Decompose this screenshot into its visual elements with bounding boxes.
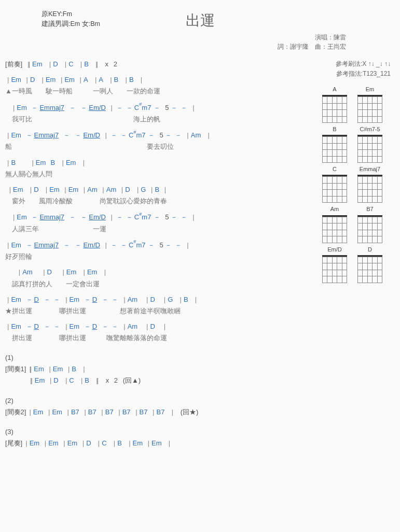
chord-diagram: B7 [354, 205, 385, 243]
credits-block: 演唱：陳雷 詞：謝宇隆 曲：王尚宏 [5, 33, 346, 52]
chord-diagram-label: Em [354, 85, 385, 94]
chord-line: |Em |D |Em |Em |A |A |B |B | [5, 75, 316, 85]
lyric-line: 無人關心無人問 [5, 169, 316, 179]
chord-diagram-label: B [319, 125, 350, 134]
chord-line: |Em －Emmaj7 － －Em/D |－－C#m7－5－－ | [5, 102, 316, 113]
chord-diagram-label: A [319, 85, 350, 94]
section-line: ||Em |D |C |B || x 2 (回▲) [28, 375, 316, 386]
chord-line: |Em －Emmaj7 － －Em/D |－－C#m7－5－－ | [5, 212, 316, 222]
section-line: [尾奏]|Em |Em |Em |D |C |B |Em |Em | [5, 438, 316, 449]
verse-block: |Em |D |Em |Em |A |A |B |B |▲一時風 駛一時船 一咧… [5, 75, 316, 289]
credits: 詞：謝宇隆 曲：王尚宏 [5, 42, 346, 52]
section-number: (1) [5, 353, 316, 363]
ref-finger: 參考指法:T123_121 [315, 69, 391, 79]
intro-line: [前奏] ||Em |D |C |B || x 2 [5, 59, 316, 69]
fretboard-icon [357, 95, 382, 123]
sections: (1)[間奏1]||Em |Em |B |||Em |D |C |B || x … [5, 353, 316, 449]
chord-diagram: C [319, 165, 350, 203]
fretboard-icon [357, 175, 382, 203]
lyric-line: ▲一時風 駛一時船 一咧人 一款的命運 [5, 86, 316, 96]
chord-diagram-label: C#m7-5 [354, 125, 385, 134]
sheet: [前奏] ||Em |D |C |B || x 2 |Em |D |Em |Em… [5, 59, 316, 449]
section-number: (2) [5, 396, 316, 406]
section-line: [間奏1]||Em |Em |B | [5, 364, 316, 374]
chord-line: |Em －D －－ |Em －D －－ |Am |D |G |B | [5, 295, 316, 305]
fretboard-icon [322, 215, 347, 243]
chord-diagram: D [354, 245, 385, 283]
lyric-line: 我可比 海上的帆 [5, 114, 316, 124]
fretboard-icon [322, 135, 347, 163]
chord-line: |Em －D －－ |Em －D －－ |Am |D | [5, 321, 316, 332]
intro-marker: [前奏] [5, 59, 22, 69]
chord-diagram-label: Emmaj7 [354, 165, 385, 174]
lyric-line: ★拼出運 哪拼出運 想著前途半暝嘸敢睏 [5, 306, 316, 316]
chord-diagram-label: D [354, 245, 385, 254]
lyric-line: 窗外 風雨冷酸酸 尚驚耽誤心愛妳的青春 [5, 196, 316, 206]
chord-diagram: Em [354, 85, 385, 123]
section-line: [間奏2]|Em |Em |B7 |B7 |B7 |B7 |B7 |B7 | (… [5, 407, 316, 417]
chord-diagram: Am [319, 205, 350, 243]
chord-diagram-label: Em/D [319, 245, 350, 254]
fretboard-icon [322, 255, 347, 283]
chorus-block: |Em －D －－ |Em －D －－ |Am |D |G |B |★拼出運 哪… [5, 295, 316, 344]
chord-diagrams: AEmBC#m7-5CEmmaj7AmB7Em/DD [319, 85, 391, 283]
chord-line: |B |Em B |Em | [5, 158, 316, 168]
ref-strum: 參考刷法:X ↑↓ _↓ ↑↓ [315, 59, 391, 69]
lyric-line: 認真打拼的人 一定會出運 [5, 279, 316, 289]
chord-diagram: A [319, 85, 350, 123]
chord-line: |Am |D |Em |Em | [5, 267, 316, 277]
section-number: (3) [5, 427, 316, 437]
singer: 演唱：陳雷 [5, 33, 346, 43]
chord-diagram-label: Am [319, 205, 350, 214]
chord-diagram: Em/D [319, 245, 350, 283]
chord-diagram-label: C [319, 165, 350, 174]
fretboard-icon [322, 95, 347, 123]
right-column: 參考刷法:X ↑↓ _↓ ↑↓ 參考指法:T123_121 AEmBC#m7-5… [315, 59, 391, 283]
lyric-line: 拼出運 哪拼出運 嘸驚離離落落的命運 [5, 333, 316, 343]
fretboard-icon [322, 175, 347, 203]
chord-diagram: C#m7-5 [354, 125, 385, 163]
lyric-line: 好歹照輪 [5, 251, 316, 262]
chord-diagram-label: B7 [354, 205, 385, 214]
intro-bars: ||Em |D |C |B || x 2 [25, 59, 117, 69]
song-title: 出運 [5, 9, 395, 32]
chord-diagram: Emmaj7 [354, 165, 385, 203]
chord-diagram: B [319, 125, 350, 163]
fretboard-icon [357, 255, 382, 283]
chord-line: |Em －Emmaj7 － －Em/D |－－C#m7－5－－ | [5, 240, 316, 250]
fretboard-icon [357, 215, 382, 243]
header: 原KEY:Fm 建議男調:Em 女:Bm 出運 演唱：陳雷 詞：謝宇隆 曲：王尚… [5, 9, 395, 52]
lyric-line: 人講三年 一運 [5, 224, 316, 234]
chord-line: |Em －Emmaj7 － －Em/D |－－C#m7－5－－ |Am | [5, 130, 316, 141]
fretboard-icon [357, 135, 382, 163]
chord-line: |Em |D |Em |Em |Am |Am |D |G |B | [5, 185, 316, 195]
lyric-line: 船 要去叨位 [5, 142, 316, 152]
